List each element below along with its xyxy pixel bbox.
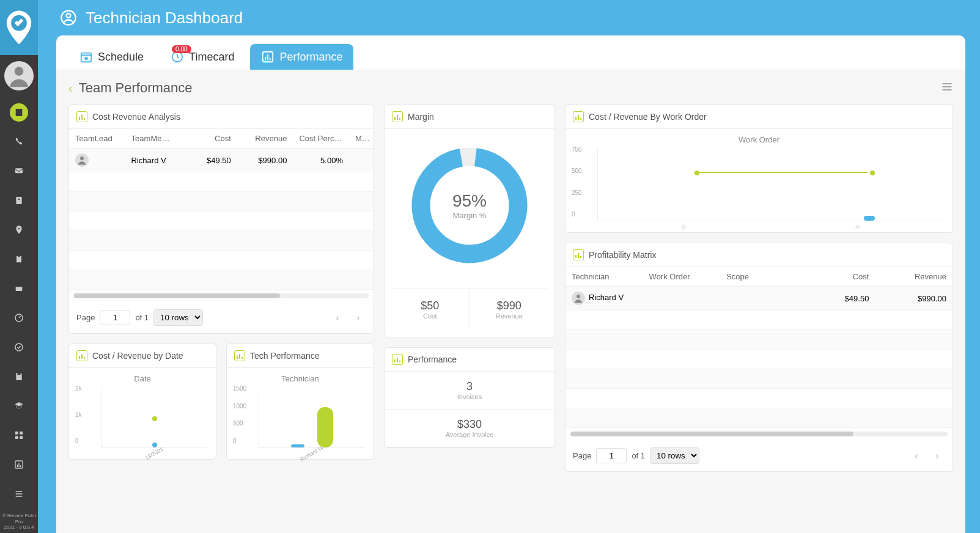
- svg-rect-2: [16, 109, 23, 116]
- card-profitability: Profitability Matrix Technician Work Ord…: [565, 243, 953, 472]
- nav-phone-icon[interactable]: [10, 133, 28, 151]
- nav-chart-icon[interactable]: [10, 455, 28, 474]
- svg-rect-38: [237, 356, 238, 359]
- th-teammember[interactable]: TeamMember: [125, 129, 182, 148]
- svg-rect-5: [16, 197, 21, 204]
- user-avatar[interactable]: [4, 61, 34, 90]
- svg-rect-51: [580, 118, 581, 120]
- th-mar[interactable]: Mar: [349, 129, 374, 148]
- margin-revenue-value: $990: [473, 300, 547, 312]
- svg-rect-49: [575, 117, 577, 120]
- table-row: [69, 270, 374, 290]
- cell-cost: $49.50: [181, 151, 237, 170]
- margin-label: Margin %: [452, 211, 487, 220]
- horizontal-scrollbar[interactable]: [570, 432, 948, 436]
- tab-timecard[interactable]: 0.00 Timecard: [160, 44, 245, 70]
- pager-page-input[interactable]: [596, 448, 627, 463]
- svg-rect-28: [265, 57, 267, 61]
- table-row: [69, 172, 374, 192]
- svg-rect-40: [241, 357, 243, 359]
- th-cost[interactable]: Cost: [798, 267, 875, 286]
- x-axis: 13/2021: [101, 450, 207, 457]
- cell-cost: $49.50: [798, 289, 875, 308]
- svg-rect-4: [15, 168, 23, 173]
- th-technician[interactable]: Technician: [566, 267, 643, 286]
- pager-prev-icon[interactable]: ‹: [908, 450, 924, 461]
- svg-rect-50: [578, 115, 579, 120]
- back-chevron-icon[interactable]: ‹: [68, 81, 73, 95]
- app-footer: © Service Point Pro 2021 - v 0.9.4: [0, 510, 38, 533]
- bar: [317, 407, 333, 447]
- nav-clipboard-icon[interactable]: [10, 250, 28, 268]
- nav-message-icon[interactable]: [10, 162, 28, 180]
- card-cost-revenue-date: Cost / Revenue by Date Date 2k1k0 13/202…: [68, 344, 216, 460]
- svg-point-1: [15, 67, 24, 76]
- table-row[interactable]: Richard V $49.50 $990.00: [566, 287, 952, 311]
- cell-costpercent: 5.00%: [293, 151, 349, 170]
- th-scope[interactable]: Scope: [720, 267, 798, 286]
- nav-location-icon[interactable]: [10, 221, 28, 239]
- tab-schedule[interactable]: Schedule: [68, 44, 155, 70]
- margin-cost-value: $50: [393, 300, 467, 312]
- pager-next-icon[interactable]: ›: [929, 450, 945, 461]
- th-revenue[interactable]: Revenue: [237, 129, 293, 148]
- menu-icon[interactable]: [941, 81, 953, 95]
- table-row: [566, 389, 952, 408]
- chart-icon: [76, 350, 87, 361]
- card-title: Profitability Matrix: [589, 250, 656, 260]
- tab-performance-label: Performance: [279, 51, 342, 64]
- th-teamlead[interactable]: TeamLead: [69, 129, 125, 148]
- card-title: Cost Revenue Analysis: [92, 112, 180, 122]
- pager-rows-select[interactable]: 10 rows: [650, 447, 699, 464]
- nav-education-icon[interactable]: [10, 397, 28, 415]
- line: [694, 172, 868, 173]
- svg-rect-29: [268, 54, 269, 60]
- section-title: Team Performance: [79, 80, 193, 96]
- svg-point-7: [18, 228, 20, 230]
- table-row: [69, 211, 374, 231]
- th-cost[interactable]: Cost: [181, 129, 237, 148]
- nav-grid-icon[interactable]: [10, 426, 28, 444]
- nav-save-icon[interactable]: [10, 367, 28, 386]
- th-revenue[interactable]: Revenue: [875, 267, 952, 286]
- svg-rect-17: [20, 436, 23, 439]
- svg-point-55: [577, 295, 580, 298]
- cell-technician: Richard V: [589, 293, 624, 302]
- card-title: Margin: [408, 112, 434, 122]
- tabs: Schedule 0.00 Timecard Performance: [56, 35, 965, 70]
- tab-timecard-label: Timecard: [189, 51, 234, 64]
- horizontal-scrollbar[interactable]: [74, 293, 369, 298]
- svg-point-3: [18, 111, 20, 112]
- svg-rect-30: [270, 58, 271, 61]
- pager-prev-icon[interactable]: ‹: [330, 312, 345, 323]
- data-point: [152, 416, 157, 421]
- svg-point-6: [18, 199, 20, 200]
- cell-wo: [643, 293, 721, 303]
- svg-rect-35: [79, 356, 80, 359]
- nav-technician-icon[interactable]: [10, 103, 28, 122]
- nav-list-icon[interactable]: [10, 485, 28, 503]
- pager-of-label: of 1: [632, 451, 645, 460]
- chart-icon: [392, 111, 403, 122]
- svg-rect-48: [399, 361, 400, 362]
- th-costpercent[interactable]: Cost Percent: [293, 129, 349, 148]
- table-row[interactable]: Richard V $49.50 $990.00 5.00%: [69, 149, 374, 172]
- nav-toolbox-icon[interactable]: [10, 279, 28, 298]
- nav-contact-icon[interactable]: [10, 191, 28, 210]
- svg-rect-53: [578, 253, 579, 258]
- card-title: Cost / Revenue By Work Order: [589, 112, 707, 122]
- tab-performance[interactable]: Performance: [250, 44, 353, 70]
- nav-gauge-icon[interactable]: [10, 309, 28, 327]
- pager-rows-select[interactable]: 10 rows: [153, 309, 203, 326]
- nav-check-icon[interactable]: [10, 338, 28, 356]
- svg-rect-21: [20, 465, 21, 467]
- chart-title: Work Order: [574, 135, 944, 144]
- th-wo[interactable]: Work Order: [643, 267, 721, 286]
- chart-icon: [234, 350, 245, 361]
- svg-rect-39: [239, 354, 240, 359]
- pager-page-input[interactable]: [100, 310, 130, 325]
- tab-schedule-label: Schedule: [98, 51, 144, 64]
- profitability-table: Technician Work Order Scope Cost Revenue…: [566, 267, 952, 428]
- table-row: [69, 251, 374, 270]
- pager-next-icon[interactable]: ›: [350, 312, 366, 323]
